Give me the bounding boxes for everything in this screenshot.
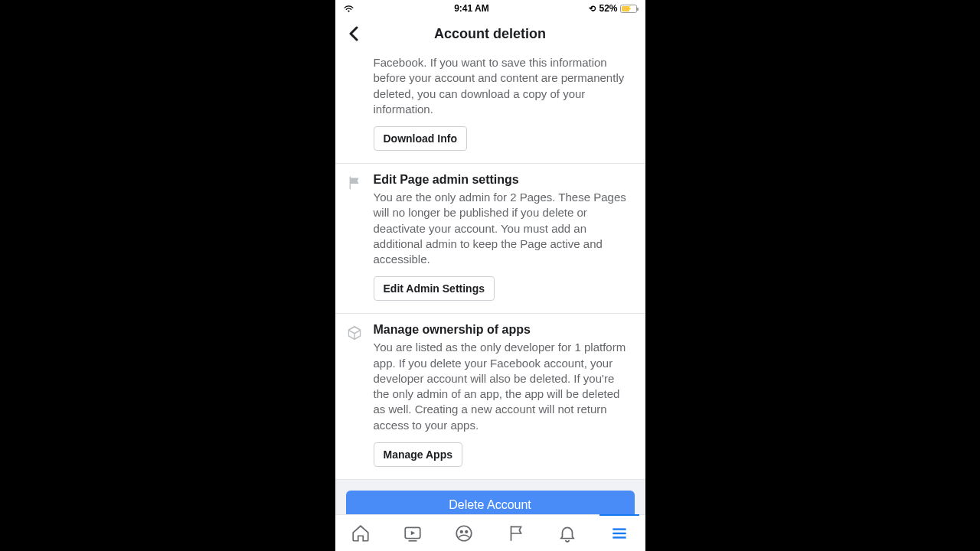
- flag-outline-icon: [506, 523, 526, 543]
- download-info-button[interactable]: Download Info: [374, 126, 467, 151]
- tab-menu[interactable]: [593, 515, 645, 551]
- tab-pages[interactable]: [490, 515, 542, 551]
- download-info-body: Facebook. If you want to save this infor…: [374, 55, 633, 117]
- wifi-icon: [343, 5, 354, 13]
- download-info-section: Facebook. If you want to save this infor…: [335, 55, 645, 164]
- edit-admin-settings-button[interactable]: Edit Admin Settings: [374, 276, 495, 301]
- watch-icon: [403, 523, 423, 543]
- tab-groups[interactable]: [439, 515, 491, 551]
- flag-icon: [346, 174, 363, 191]
- phone-frame: 9:41 AM ⟲ 52% ⚡ Account deletion Faceboo…: [335, 0, 645, 551]
- page-admin-title: Edit Page admin settings: [374, 173, 633, 187]
- battery-percent: 52%: [599, 3, 617, 14]
- page-admin-body: You are the only admin for 2 Pages. Thes…: [374, 190, 633, 267]
- hamburger-icon: [609, 523, 629, 543]
- manage-apps-title: Manage ownership of apps: [374, 323, 633, 337]
- manage-apps-button[interactable]: Manage Apps: [374, 442, 463, 467]
- groups-icon: [454, 523, 474, 543]
- chevron-left-icon: [348, 26, 359, 41]
- page-title: Account deletion: [434, 26, 546, 42]
- bell-icon: [557, 523, 577, 543]
- svg-point-1: [457, 526, 472, 541]
- back-button[interactable]: [345, 24, 363, 43]
- action-area: Delete Account Cancel: [335, 480, 645, 514]
- tab-notifications[interactable]: [542, 515, 594, 551]
- page-admin-section: Edit Page admin settings You are the onl…: [335, 164, 645, 314]
- status-left: [343, 5, 354, 13]
- battery-icon: ⚡: [620, 5, 637, 13]
- nav-header: Account deletion: [335, 17, 645, 51]
- tab-watch[interactable]: [387, 515, 439, 551]
- svg-point-2: [460, 530, 463, 533]
- status-right: ⟲ 52% ⚡: [589, 3, 637, 14]
- delete-account-button[interactable]: Delete Account: [346, 491, 635, 514]
- tab-home[interactable]: [335, 515, 387, 551]
- status-bar: 9:41 AM ⟲ 52% ⚡: [335, 0, 645, 17]
- manage-apps-body: You are listed as the only developer for…: [374, 340, 633, 433]
- svg-point-3: [465, 530, 468, 533]
- manage-apps-section: Manage ownership of apps You are listed …: [335, 314, 645, 480]
- status-time: 9:41 AM: [454, 3, 489, 14]
- orientation-lock-icon: ⟲: [589, 4, 596, 14]
- content-scroll[interactable]: Facebook. If you want to save this infor…: [335, 51, 645, 514]
- tab-bar: [335, 514, 645, 551]
- home-icon: [351, 523, 371, 543]
- cube-icon: [346, 324, 363, 341]
